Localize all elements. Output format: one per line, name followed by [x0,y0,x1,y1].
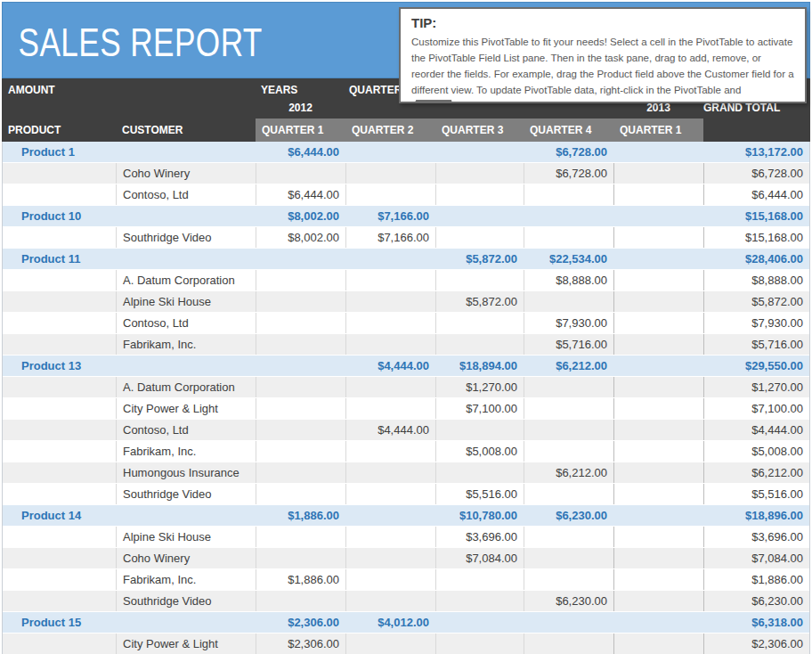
product-cell[interactable] [3,548,116,568]
product-cell[interactable] [3,634,116,654]
customer-label[interactable]: Alpine Ski House [116,291,256,312]
value-cell[interactable]: $29,550.00 [703,356,809,376]
value-cell[interactable]: $5,872.00 [435,249,524,269]
value-cell[interactable] [435,184,524,205]
quarter1-2013-header[interactable]: QUARTER 1 [613,119,703,142]
value-cell[interactable] [345,291,435,312]
value-cell[interactable] [613,270,703,290]
value-cell[interactable]: $6,728.00 [524,142,613,162]
customer-label[interactable]: City Power & Light [116,398,256,419]
value-cell[interactable] [256,441,345,462]
value-cell[interactable]: $18,894.00 [435,356,524,376]
value-cell[interactable] [613,398,703,419]
value-cell[interactable] [524,377,613,397]
value-cell[interactable]: $2,306.00 [256,634,345,654]
product-label[interactable]: Product 1 [3,142,256,162]
value-cell[interactable] [613,227,703,248]
value-cell[interactable] [256,163,345,184]
value-cell[interactable]: $1,270.00 [435,377,524,397]
value-cell[interactable] [613,484,703,504]
value-cell[interactable] [435,462,524,483]
quarter1-2012-header[interactable]: QUARTER 1 [256,119,345,142]
value-cell[interactable]: $5,008.00 [435,441,524,462]
value-cell[interactable] [345,249,435,269]
value-cell[interactable] [435,313,524,333]
value-cell[interactable] [345,184,435,205]
value-cell[interactable] [613,163,703,184]
value-cell[interactable]: $7,930.00 [524,313,613,333]
value-cell[interactable]: $8,002.00 [256,206,345,226]
value-cell[interactable] [435,227,524,248]
value-cell[interactable]: $1,270.00 [703,377,809,397]
value-cell[interactable]: $5,716.00 [524,334,613,355]
product-cell[interactable] [3,527,116,547]
value-cell[interactable] [613,206,703,226]
value-cell[interactable]: $10,780.00 [435,505,524,526]
value-cell[interactable] [613,334,703,355]
product-cell[interactable] [3,270,116,290]
customer-label[interactable]: Fabrikam, Inc. [116,441,256,462]
value-cell[interactable] [256,291,345,312]
value-cell[interactable]: $3,696.00 [435,527,524,547]
product-label[interactable]: Product 13 [3,356,256,376]
value-cell[interactable]: $4,444.00 [703,420,809,440]
value-cell[interactable]: $6,444.00 [703,184,809,205]
value-cell[interactable] [524,484,613,504]
value-cell[interactable]: $22,534.00 [524,249,613,269]
value-cell[interactable]: $13,172.00 [703,142,809,162]
value-cell[interactable]: $15,168.00 [703,227,809,248]
value-cell[interactable]: $1,886.00 [256,505,345,526]
value-cell[interactable]: $7,166.00 [345,227,435,248]
customer-label[interactable]: Coho Winery [116,163,256,184]
customer-label[interactable]: Contoso, Ltd [116,313,256,333]
value-cell[interactable] [345,505,435,526]
value-cell[interactable]: $6,728.00 [703,163,809,184]
value-cell[interactable] [256,398,345,419]
value-cell[interactable]: $1,886.00 [703,569,809,590]
product-cell[interactable] [3,398,116,419]
product-column-header[interactable]: PRODUCT [2,119,116,142]
value-cell[interactable] [345,548,435,568]
value-cell[interactable]: $6,230.00 [703,591,809,611]
value-cell[interactable]: $6,230.00 [524,505,613,526]
customer-label[interactable]: Fabrikam, Inc. [116,569,256,590]
value-cell[interactable] [524,420,613,440]
value-cell[interactable]: $7,100.00 [703,398,809,419]
value-cell[interactable]: $5,008.00 [703,441,809,462]
value-cell[interactable]: $8,002.00 [256,227,345,248]
customer-label[interactable]: A. Datum Corporation [116,377,256,397]
value-cell[interactable] [256,313,345,333]
value-cell[interactable]: $18,896.00 [703,505,809,526]
value-cell[interactable]: $6,318.00 [703,612,809,633]
value-cell[interactable] [345,334,435,355]
customer-label[interactable]: Humongous Insurance [116,462,256,483]
value-cell[interactable] [613,142,703,162]
product-cell[interactable] [3,313,116,333]
value-cell[interactable]: $5,716.00 [703,334,809,355]
customer-label[interactable]: City Power & Light [116,634,256,654]
amount-field-label[interactable]: AMOUNT [8,84,55,96]
product-label[interactable]: Product 14 [3,505,256,526]
value-cell[interactable] [345,270,435,290]
value-cell[interactable] [613,612,703,633]
value-cell[interactable] [345,142,435,162]
value-cell[interactable] [524,441,613,462]
value-cell[interactable] [524,398,613,419]
customer-label[interactable]: Contoso, Ltd [116,420,256,440]
value-cell[interactable] [435,163,524,184]
product-cell[interactable] [3,569,116,590]
value-cell[interactable] [256,356,345,376]
customer-column-header[interactable]: CUSTOMER [116,119,256,142]
value-cell[interactable] [613,462,703,483]
quarter2-2012-header[interactable]: QUARTER 2 [345,119,435,142]
quarter-field-label[interactable]: QUARTER [349,84,402,96]
value-cell[interactable]: $5,516.00 [703,484,809,504]
product-label[interactable]: Product 15 [3,612,256,633]
value-cell[interactable] [613,420,703,440]
grand-total-label[interactable]: GRAND TOTAL [703,102,780,114]
value-cell[interactable]: $7,084.00 [435,548,524,568]
value-cell[interactable] [435,142,524,162]
value-cell[interactable] [345,441,435,462]
value-cell[interactable] [613,184,703,205]
value-cell[interactable]: $5,872.00 [703,291,809,312]
